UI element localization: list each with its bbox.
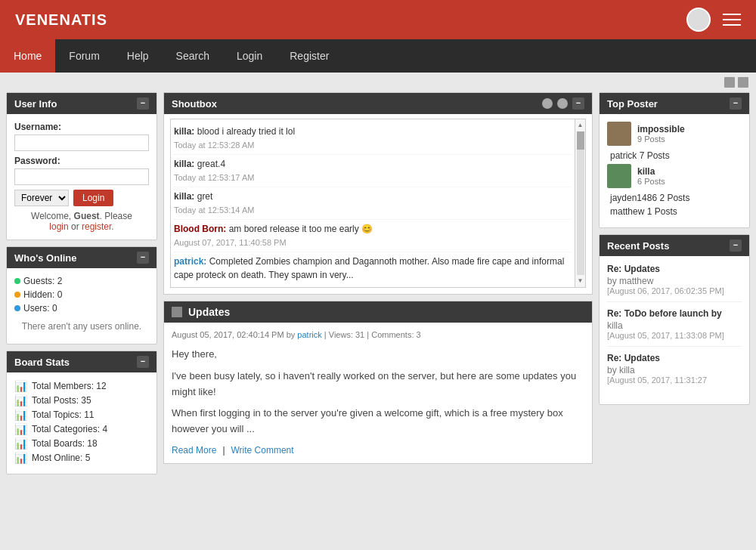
page-controls [0, 73, 756, 92]
recent-post-2-date: [August 05, 2017, 11:33:08 PM] [607, 331, 742, 340]
nav-forum[interactable]: Forum [55, 39, 113, 73]
top-poster-header: Top Poster − [600, 93, 749, 114]
shoutbox-messages-container: killa: blood i already tried it lol Toda… [170, 119, 586, 288]
recent-post-2: Re: ToDo before launch by killa [August … [607, 308, 742, 347]
hidden-label: Hidden: 0 [23, 289, 62, 300]
nav-home[interactable]: Home [0, 39, 55, 73]
poster-matthew-row: matthew 1 Posts [607, 206, 742, 217]
post-body-2: I've been busy lately, so i haven't real… [172, 369, 584, 400]
register-link[interactable]: register [82, 221, 111, 232]
read-more-link[interactable]: Read More [172, 445, 216, 456]
guests-dot [14, 278, 20, 284]
nav-search[interactable]: Search [163, 39, 223, 73]
post-meta: August 05, 2017, 02:40:14 PM by patrick … [172, 330, 584, 339]
main-container: User Info − Username: Password: Forever … [0, 92, 756, 488]
post-body-3: When first logging in to the server you'… [172, 406, 584, 437]
board-stats-title: Board Stats [14, 357, 70, 368]
hamburger-icon[interactable] [723, 14, 741, 26]
stat-categories-icon: 📊 [14, 423, 27, 435]
stat-topics-icon: 📊 [14, 409, 27, 421]
welcome-prefix: Welcome, [31, 211, 73, 221]
scroll-down-arrow[interactable]: ▼ [578, 277, 584, 286]
poster-impossible: impossible 9 Posts [607, 122, 742, 146]
poster-matthew-name: matthew [610, 206, 644, 217]
left-sidebar: User Info − Username: Password: Forever … [6, 92, 157, 480]
stat-posts-icon: 📊 [14, 394, 27, 406]
poster-impossible-name: impossible [637, 124, 685, 134]
shout-text-2: great.4 [197, 159, 225, 169]
recent-post-3-by: by killa [607, 365, 742, 375]
shout-time-4: August 07, 2017, 11:40:58 PM [174, 238, 287, 247]
login-button[interactable]: Login [73, 190, 113, 206]
top-poster-minimize[interactable]: − [730, 97, 742, 110]
username-label: Username: [14, 122, 149, 132]
post-by: by [287, 330, 298, 339]
password-input[interactable] [14, 168, 149, 185]
nav-register[interactable]: Register [276, 39, 342, 73]
write-comment-link[interactable]: Write Comment [231, 445, 294, 456]
page-ctrl-minimize[interactable] [724, 77, 735, 88]
post-body: Hey there, I've been busy lately, so i h… [172, 347, 584, 437]
users-label: Users: 0 [23, 303, 57, 314]
board-stats-panel: Board Stats − 📊 Total Members: 12 📊 Tota… [6, 351, 157, 474]
user-info-title: User Info [14, 98, 57, 110]
recent-post-2-by: killa [607, 320, 742, 331]
shoutbox-minimize[interactable]: − [572, 97, 584, 110]
header-right [686, 8, 741, 32]
post-author[interactable]: patrick [297, 330, 321, 339]
recent-posts-body: Re: Updates by matthew [August 06, 2017,… [600, 256, 749, 404]
shout-author-4: Blood Born: [174, 224, 226, 234]
shoutbox-ctrl-1[interactable] [542, 98, 553, 109]
recent-posts-minimize[interactable]: − [730, 239, 742, 252]
updates-post-panel: Updates August 05, 2017, 02:40:14 PM by … [163, 301, 593, 464]
recent-post-1: Re: Updates by matthew [August 06, 2017,… [607, 264, 742, 302]
post-body-1: Hey there, [172, 347, 584, 363]
nav-login[interactable]: Login [223, 39, 276, 73]
stat-categories-label: Total Categories: 4 [32, 424, 107, 434]
page-ctrl-close[interactable] [738, 77, 748, 88]
shoutbox-ctrl-2[interactable] [557, 98, 568, 109]
shoutbox-scrollbar[interactable]: ▲ ▼ [575, 119, 585, 287]
stat-categories: 📊 Total Categories: 4 [14, 423, 149, 435]
forever-select[interactable]: Forever [14, 190, 69, 206]
post-icon [172, 307, 182, 317]
board-stats-header: Board Stats − [7, 351, 156, 372]
stat-boards: 📊 Total Boards: 18 [14, 437, 149, 450]
shout-author-1: killa: [174, 126, 194, 137]
stat-online-label: Most Online: 5 [32, 453, 90, 463]
poster-patrick-name: patrick [610, 150, 637, 161]
top-poster-body: impossible 9 Posts patrick 7 Posts killa… [600, 114, 749, 227]
shout-time-2: Today at 12:53:17 AM [174, 173, 254, 182]
recent-post-3-title: Re: Updates [607, 353, 742, 363]
site-title: VENENATIS [15, 11, 107, 29]
updates-post-header: Updates [164, 301, 592, 323]
shoutbox-header: Shoutbox − [164, 93, 592, 114]
poster-killa-avatar [607, 164, 631, 188]
board-stats-minimize[interactable]: − [137, 356, 149, 368]
post-separator-2: | Comments: [367, 330, 416, 339]
username-input[interactable] [14, 134, 149, 151]
recent-posts-panel: Recent Posts − Re: Updates by matthew [A… [599, 234, 750, 405]
nav-help[interactable]: Help [113, 39, 163, 73]
scroll-up-arrow[interactable]: ▲ [578, 121, 584, 130]
scroll-track [577, 131, 584, 275]
shoutbox-messages: killa: blood i already tried it lol Toda… [171, 119, 575, 287]
guests-label: Guests: 2 [23, 276, 62, 286]
welcome-text: Welcome, Guest. Please login or register… [14, 211, 149, 232]
hidden-item: Hidden: 0 [14, 289, 149, 300]
login-link[interactable]: login [49, 221, 68, 232]
shout-author-3: killa: [174, 191, 194, 202]
recent-post-1-by: by matthew [607, 276, 742, 286]
shout-msg-1: killa: blood i already tried it lol Toda… [174, 122, 572, 155]
welcome-suffix: . Please [100, 211, 132, 221]
or-text: or [69, 221, 82, 232]
poster-impossible-posts: 9 Posts [637, 134, 685, 144]
post-title: Updates [188, 306, 230, 318]
poster-impossible-avatar [607, 122, 631, 146]
user-info-minimize[interactable]: − [137, 97, 149, 110]
whos-online-minimize[interactable]: − [137, 252, 149, 264]
shout-text-4: am bored release it too me early 😊 [229, 224, 373, 234]
recent-posts-title: Recent Posts [607, 240, 669, 252]
no-users-text: There aren't any users online. [14, 317, 149, 336]
poster-patrick-row: patrick 7 Posts [607, 150, 742, 161]
